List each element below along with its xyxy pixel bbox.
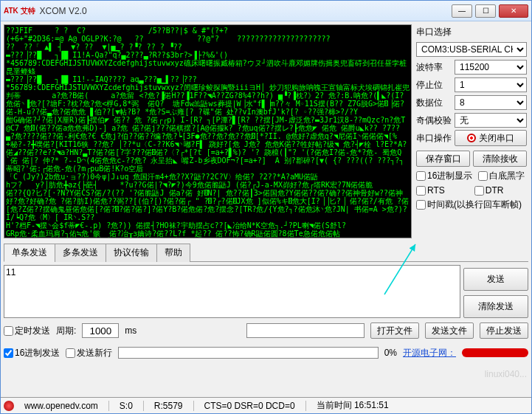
send-button[interactable]: 发送 <box>463 268 528 291</box>
op-label: 串口操作 <box>416 132 452 145</box>
whitebg-check[interactable]: 白底黑字 <box>478 170 525 182</box>
status-lines: CTS=0 DSR=0 DCD=0 <box>204 401 295 411</box>
period-unit: ms <box>125 325 137 336</box>
status-icon <box>4 401 14 411</box>
parity-label: 奇偶校验 <box>416 114 452 127</box>
terminal-output[interactable]: ??JFIF ? ? C? /5??B??|$ & #"(?+? (+6+"#2… <box>4 24 412 238</box>
baud-label: 波特率 <box>416 61 452 74</box>
tab-protocol[interactable]: 协议传输 <box>106 244 157 262</box>
minimize-button[interactable]: — <box>452 4 472 18</box>
clear-send-button[interactable]: 清除发送 <box>463 295 528 318</box>
hex-display-check[interactable]: 16进制显示 <box>416 170 472 182</box>
serial-title: 串口选择 <box>416 26 527 38</box>
timestamp-check[interactable]: 时间戳(以换行回车断帧) <box>416 199 522 211</box>
close-port-button[interactable]: 关闭串口 <box>455 130 527 146</box>
maximize-button[interactable]: ☐ <box>475 4 496 18</box>
open-file-button[interactable]: 打开文件 <box>370 322 419 339</box>
data-label: 数据位 <box>416 97 452 109</box>
period-input[interactable] <box>82 323 119 338</box>
record-icon <box>467 134 476 142</box>
window-title: XCOM V2.0 <box>40 6 452 16</box>
send-tabs: 单条发送 多条发送 协议传输 帮助 <box>4 243 528 262</box>
send-file-button[interactable]: 发送文件 <box>425 322 474 339</box>
stop-send-button[interactable]: 停止发送 <box>480 322 528 339</box>
clear-recv-button[interactable]: 清除接收 <box>473 151 527 167</box>
period-label: 周期: <box>56 325 76 337</box>
tab-multi-send[interactable]: 多条发送 <box>55 244 106 262</box>
rts-check[interactable]: RTS <box>416 185 445 196</box>
hex-send-check[interactable]: 16进制发送 <box>4 347 60 359</box>
data-select[interactable]: 8 <box>455 95 527 110</box>
stop-label: 停止位 <box>416 79 452 92</box>
status-recv: R:5579 <box>154 401 183 411</box>
status-bar: www.openedv.com S:0 R:5579 CTS=0 DSR=0 D… <box>1 397 531 413</box>
app-logo: ATK 艾特 <box>4 7 35 15</box>
status-url[interactable]: www.openedv.com <box>24 401 98 411</box>
tab-help[interactable]: 帮助 <box>156 244 190 262</box>
progress-pct: 0% <box>384 348 397 358</box>
tab-single-send[interactable]: 单条发送 <box>4 244 55 262</box>
serial-panel: 串口选择 COM3:USB-SERIAL CH340 波特率 115200 停止… <box>415 24 528 238</box>
titlebar: ATK 艾特 XCOM V2.0 — ☐ ✕ <box>1 1 531 21</box>
close-button[interactable]: ✕ <box>499 4 528 18</box>
port-select[interactable]: COM3:USB-SERIAL CH340 <box>416 42 527 57</box>
parity-select[interactable]: 无 <box>455 113 527 128</box>
status-sent: S:0 <box>120 401 133 411</box>
baud-select[interactable]: 115200 <box>455 60 527 75</box>
dtr-check[interactable]: DTR <box>474 185 504 196</box>
stop-select[interactable]: 1 <box>455 77 527 92</box>
file-path-input[interactable] <box>246 323 365 338</box>
progress-bar <box>118 347 378 359</box>
red-banner <box>462 348 528 357</box>
save-window-button[interactable]: 保存窗口 <box>416 151 470 167</box>
website-link[interactable]: 开源电子网： <box>403 347 456 359</box>
status-time: 当前时间 16:51:51 <box>317 399 389 412</box>
timed-send-check[interactable]: 定时发送 <box>4 325 50 337</box>
watermark: linuxi040... <box>485 369 527 379</box>
send-input[interactable] <box>4 265 460 318</box>
send-newline-check[interactable]: 发送新行 <box>66 347 112 359</box>
